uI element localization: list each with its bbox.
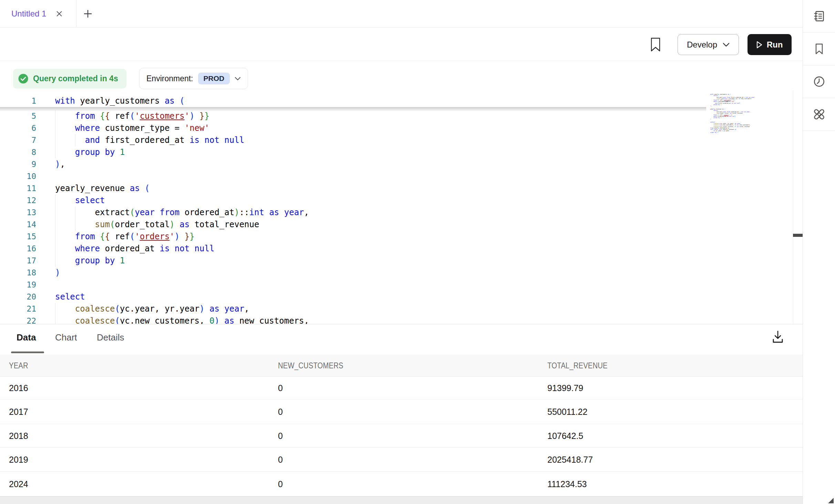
line-number: 19	[0, 279, 36, 291]
line-number: 16	[0, 243, 36, 255]
environment-selector[interactable]: Environment: PROD	[139, 68, 248, 89]
sidebar-item-bookmarks[interactable]	[803, 33, 835, 65]
horizontal-scrollbar-track[interactable]	[0, 496, 803, 504]
code-line-5[interactable]: 5 from {{ ref('customers') }}	[0, 110, 803, 122]
line-number: 5	[0, 110, 36, 122]
sidebar-item-compass[interactable]	[803, 98, 835, 131]
code-line-19[interactable]: 19	[0, 279, 803, 291]
environment-value-chip: PROD	[198, 73, 230, 84]
tab-divider	[76, 0, 76, 27]
code-line-16[interactable]: 16 where ordered_at is not null	[0, 243, 803, 255]
line-number: 22	[0, 315, 36, 324]
tab-chart[interactable]: Chart	[55, 330, 77, 345]
table-cell: 2019	[9, 448, 28, 472]
code-line-20[interactable]: 20select	[0, 291, 803, 303]
toolbar-divider	[0, 61, 803, 61]
line-number: 14	[0, 219, 36, 231]
sql-editor[interactable]: 5 from {{ ref('customers') }}6 where cus…	[0, 90, 803, 324]
line-number: 9	[0, 158, 36, 170]
develop-dropdown[interactable]: Develop	[678, 34, 739, 55]
tab-untitled-1[interactable]: Untitled 1	[11, 0, 46, 27]
compass-icon	[812, 107, 826, 121]
code-line-18[interactable]: 18)	[0, 267, 803, 279]
right-sidebar	[803, 0, 835, 504]
bookmark-icon	[813, 43, 825, 55]
editor-scrollbar-thumb[interactable]	[793, 234, 803, 237]
chevron-down-icon	[723, 43, 730, 47]
line-number: 1	[0, 95, 36, 107]
line-number: 21	[0, 303, 36, 315]
table-cell: 2016	[9, 377, 28, 399]
line-number: 15	[0, 231, 36, 243]
table-row[interactable]: 20170550011.22	[0, 399, 803, 424]
table-cell: 0	[278, 399, 283, 424]
table-cell: 91399.79	[547, 377, 583, 399]
code-line-8[interactable]: 8 group by 1	[0, 146, 803, 158]
table-row[interactable]: 201902025418.77	[0, 448, 803, 472]
code-line-6[interactable]: 6 where customer_type = 'new'	[0, 122, 803, 134]
active-tab-underline	[11, 351, 44, 353]
code-line-17[interactable]: 17 group by 1	[0, 255, 803, 267]
close-tab-icon[interactable]	[54, 9, 64, 19]
code-line-22[interactable]: 22 coalesce(yc.new_customers, 0) as new_…	[0, 315, 803, 324]
column-header-year[interactable]: YEAR	[9, 355, 28, 377]
table-cell: 550011.22	[547, 399, 587, 424]
table-cell: 0	[278, 424, 283, 448]
query-status-badge: Query completed in 4s	[13, 69, 126, 88]
table-row[interactable]: 20180107642.5	[0, 424, 803, 448]
column-header-new_customers[interactable]: NEW_CUSTOMERS	[278, 355, 343, 377]
results-panel-divider	[0, 324, 803, 324]
code-line-21[interactable]: 21 coalesce(yc.year, yr.year) as year,	[0, 303, 803, 315]
code-line-7[interactable]: 7 and first_ordered_at is not null	[0, 134, 803, 146]
line-number: 20	[0, 291, 36, 303]
sidebar-item-notebook[interactable]	[803, 0, 835, 33]
table-cell: 111234.53	[547, 472, 587, 496]
table-cell: 2024	[9, 472, 28, 496]
sticky-line-1: 1with yearly_customers as (	[0, 95, 706, 107]
line-number: 17	[0, 255, 36, 267]
line-number: 6	[0, 122, 36, 134]
editor-scrollbar-track	[793, 90, 793, 324]
line-number: 7	[0, 134, 36, 146]
app-window: Untitled 1 Develop Run Query completed i…	[0, 0, 835, 504]
table-row[interactable]: 20240111234.53	[0, 472, 803, 496]
notebook-icon	[813, 10, 826, 23]
line-number: 12	[0, 195, 36, 207]
table-cell: 2017	[9, 399, 28, 424]
code-line-11[interactable]: 11yearly_revenue as (	[0, 182, 803, 195]
tab-details[interactable]: Details	[97, 330, 124, 345]
code-line-14[interactable]: 14 sum(order_total) as total_revenue	[0, 219, 803, 231]
query-status-text: Query completed in 4s	[33, 74, 118, 83]
code-line-15[interactable]: 15 from {{ ref('orders') }}	[0, 231, 803, 243]
new-tab-button[interactable]	[83, 9, 93, 19]
tab-data[interactable]: Data	[17, 330, 36, 345]
download-icon[interactable]	[771, 330, 785, 344]
code-line-13[interactable]: 13 extract(year from ordered_at)::int as…	[0, 207, 803, 219]
tab-bar: Untitled 1	[0, 0, 803, 28]
table-cell: 2018	[9, 424, 28, 448]
table-cell: 107642.5	[547, 424, 583, 448]
resize-grip[interactable]	[828, 498, 834, 503]
run-button[interactable]: Run	[748, 34, 792, 55]
line-number: 10	[0, 170, 36, 182]
play-icon	[756, 41, 762, 49]
sticky-scroll-shadow	[0, 107, 706, 112]
code-line-12[interactable]: 12 select	[0, 195, 803, 207]
chevron-down-icon	[235, 77, 241, 81]
line-number: 18	[0, 267, 36, 279]
environment-label: Environment:	[146, 74, 193, 83]
code-line-9[interactable]: 9),	[0, 158, 803, 170]
bookmark-icon[interactable]	[650, 38, 661, 52]
table-cell: 0	[278, 448, 283, 472]
table-row[interactable]: 2016091399.79	[0, 377, 803, 399]
column-header-total_revenue[interactable]: TOTAL_REVENUE	[547, 355, 608, 377]
run-label: Run	[767, 40, 783, 50]
line-number: 8	[0, 146, 36, 158]
code-line-10[interactable]: 10	[0, 170, 803, 182]
table-cell: 0	[278, 472, 283, 496]
line-number: 13	[0, 207, 36, 219]
minimap[interactable]: with yearly_customers as ( select extrac…	[710, 94, 755, 133]
sidebar-item-history[interactable]	[803, 65, 835, 98]
history-icon	[813, 75, 826, 88]
develop-label: Develop	[687, 40, 717, 50]
